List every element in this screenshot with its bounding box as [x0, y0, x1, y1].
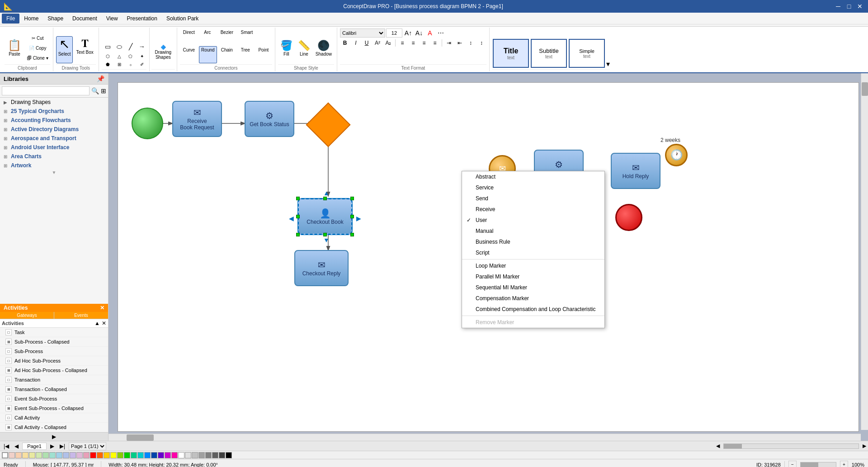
swatch-1[interactable] — [9, 452, 15, 458]
connector-arc[interactable]: Arc — [199, 28, 216, 46]
libraries-pin-button[interactable]: 📌 — [97, 75, 104, 82]
swatch-2[interactable] — [15, 452, 22, 458]
swatch-bright-yellow[interactable] — [110, 452, 117, 458]
zoom-out-button[interactable]: − — [788, 461, 797, 467]
search-icon[interactable]: 🔍 — [91, 87, 99, 94]
text-style-simple[interactable]: Simple text — [569, 39, 605, 68]
page-first-btn[interactable]: |◀ — [2, 443, 11, 450]
shape-more5[interactable]: ⬟ — [102, 61, 114, 68]
page-dropdown[interactable]: Page 1 (1/1) — [69, 442, 106, 450]
maximize-button[interactable]: □ — [844, 3, 854, 10]
lib-item-accounting[interactable]: ⊞ Accounting Flowcharts — [0, 116, 108, 125]
arrow-left-handle[interactable]: ◀ — [289, 215, 294, 222]
indent-btn[interactable]: ⇥ — [444, 38, 454, 47]
bold-button[interactable]: B — [340, 38, 350, 47]
connector-chain[interactable]: Chain — [218, 46, 236, 63]
activity-subprocess-collapsed[interactable]: ⊞ Sub-Process - Collapsed — [0, 337, 108, 347]
paste-button[interactable]: 📋 Paste — [5, 38, 24, 63]
text-style-title[interactable]: Title text — [493, 39, 529, 68]
horizontal-scrollbar[interactable] — [108, 434, 861, 441]
menu-shape[interactable]: Shape — [43, 14, 68, 24]
font-grow-button[interactable]: A↑ — [403, 28, 413, 38]
swatch-black[interactable] — [226, 452, 232, 458]
text-box-button[interactable]: 𝐓 Text Box — [74, 36, 95, 63]
canvas[interactable]: ✉ ReceiveBook Request ⚙ Get Book Status — [118, 82, 859, 432]
swatch-gray[interactable] — [198, 452, 205, 458]
connector-round[interactable]: Round — [199, 46, 217, 63]
activity-call-activity[interactable]: □ Call Activity — [0, 413, 108, 423]
gateway[interactable] — [312, 109, 344, 141]
page-last-btn[interactable]: ▶| — [58, 443, 67, 450]
ctx-manual[interactable]: Manual — [462, 226, 604, 236]
connector-direct[interactable]: Direct — [180, 28, 198, 46]
events-tab[interactable]: Events — [54, 312, 108, 319]
swatch-dark-gray[interactable] — [212, 452, 218, 458]
page-next-btn[interactable]: ▶ — [48, 443, 56, 450]
swatch-pink[interactable] — [171, 452, 178, 458]
lib-item-aerospace[interactable]: ⊞ Aerospace and Transport — [0, 134, 108, 143]
menu-solution-park[interactable]: Solution Park — [162, 14, 203, 24]
arrow-down-handle[interactable]: ▼ — [323, 236, 330, 244]
swatch-6[interactable] — [42, 452, 49, 458]
checkout-reply[interactable]: ✉ Checkout Reply — [294, 250, 349, 286]
font-color-button[interactable]: A — [425, 28, 435, 38]
handle-mr[interactable] — [350, 215, 354, 218]
h-scroll-bar[interactable] — [723, 443, 859, 449]
activity-subprocess[interactable]: □ Sub-Process — [0, 347, 108, 356]
ctx-compensation-marker[interactable]: Compensation Marker — [462, 293, 604, 304]
cut-button[interactable]: ✂ Cut — [25, 34, 50, 43]
lib-item-orgcharts[interactable]: ⊞ 25 Typical Orgcharts — [0, 107, 108, 116]
shape-more2[interactable]: △ — [113, 52, 126, 60]
menu-presentation[interactable]: Presentation — [123, 14, 162, 24]
activities-close-2[interactable]: ✕ — [102, 320, 106, 326]
italic-button[interactable]: I — [351, 38, 361, 47]
menu-document[interactable]: Document — [68, 14, 102, 24]
swatch-white[interactable] — [178, 452, 184, 458]
fill-button[interactable]: 🪣 Fill — [278, 38, 295, 63]
shape-more1[interactable]: ⬡ — [102, 52, 114, 60]
shape-more6[interactable]: ⊞ — [113, 61, 126, 68]
get-book-status[interactable]: ⚙ Get Book Status — [245, 101, 294, 137]
h-scroll-thumb[interactable] — [127, 434, 154, 441]
swatch-darker-gray[interactable] — [219, 452, 225, 458]
more-font-button[interactable]: ⋯ — [436, 28, 446, 38]
ctx-sequential-mi[interactable]: Sequential MI Marker — [462, 282, 604, 293]
shape-ellipse[interactable]: ⬭ — [113, 42, 126, 52]
align-right-button[interactable]: ≡ — [419, 38, 429, 47]
handle-br[interactable] — [350, 233, 354, 236]
swatch-7[interactable] — [49, 452, 56, 458]
activities-close[interactable]: ✕ — [100, 305, 104, 311]
swatch-9[interactable] — [63, 452, 69, 458]
shape-more7[interactable]: ⬦ — [124, 61, 137, 68]
swatch-green[interactable] — [124, 452, 130, 458]
ctx-combined-compensation[interactable]: Combined Compensation and Loop Character… — [462, 304, 604, 315]
ctx-user[interactable]: User — [462, 215, 604, 226]
zoom-in-button[interactable]: + — [840, 461, 848, 467]
font-shrink-button[interactable]: A↓ — [414, 28, 424, 38]
shape-arrow[interactable]: → — [136, 42, 148, 52]
swatch-yellow[interactable] — [104, 452, 110, 458]
libraries-search-input[interactable] — [2, 86, 90, 95]
drawing-shapes-button[interactable]: 🔷 DrawingShapes — [151, 43, 175, 68]
lib-item-artwork[interactable]: ⊞ Artwork — [0, 161, 108, 170]
swatch-lime[interactable] — [117, 452, 123, 458]
swatch-dark-blue[interactable] — [151, 452, 157, 458]
v-scroll-thumb[interactable] — [862, 82, 868, 96]
ctx-loop-marker[interactable]: Loop Marker — [462, 260, 604, 271]
menu-view[interactable]: View — [102, 14, 123, 24]
checkout-book[interactable]: 👤 Checkout Book ◀ ▶ ▲ ▼ — [294, 195, 356, 238]
menu-file[interactable]: File — [2, 14, 19, 24]
page-tab-1[interactable]: Page1 — [22, 443, 47, 450]
ctx-script[interactable]: Script — [462, 247, 604, 258]
clone-button[interactable]: 🗐 Clone ▾ — [25, 54, 50, 63]
line-button[interactable]: 📏 Line — [296, 38, 312, 63]
zoom-thumb[interactable] — [801, 462, 818, 467]
shape-rect[interactable]: ▭ — [102, 42, 114, 52]
swatch-teal[interactable] — [131, 452, 137, 458]
swatch-12[interactable] — [83, 452, 90, 458]
activity-task[interactable]: □ Task — [0, 328, 108, 337]
canvas-area[interactable]: ✉ ReceiveBook Request ⚙ Get Book Status — [108, 73, 868, 441]
handle-tr[interactable] — [350, 197, 354, 200]
shape-line[interactable]: ╱ — [124, 42, 137, 52]
align-justify-button[interactable]: ≡ — [430, 38, 440, 47]
